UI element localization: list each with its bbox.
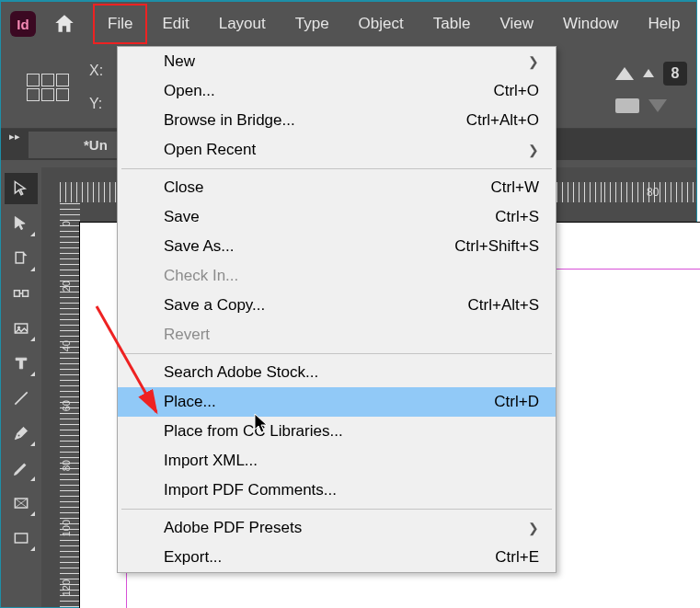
- menu-type[interactable]: Type: [281, 4, 344, 44]
- chevron-right-icon: ❯: [528, 54, 539, 69]
- menu-item-shortcut: Ctrl+W: [491, 178, 539, 197]
- horizontal-ruler-end: 80: [604, 182, 696, 202]
- svg-point-3: [17, 434, 20, 437]
- app-icon[interactable]: Id: [10, 11, 36, 37]
- options-bar-right: 8: [615, 46, 687, 128]
- menu-item-label: Save: [164, 208, 200, 226]
- menu-item-export[interactable]: Export...Ctrl+E: [118, 543, 556, 572]
- clip-badge[interactable]: 8: [663, 62, 687, 86]
- menu-item-label: Import XML...: [164, 452, 258, 470]
- reference-point-grid[interactable]: [27, 74, 69, 101]
- type-tool[interactable]: [5, 348, 38, 379]
- menu-item-import-pdf-comments[interactable]: Import PDF Comments...: [118, 476, 556, 505]
- menu-item-label: Import PDF Comments...: [164, 481, 337, 499]
- menu-table[interactable]: Table: [419, 4, 486, 44]
- menu-item-label: Open...: [164, 82, 215, 100]
- menu-item-close[interactable]: CloseCtrl+W: [118, 173, 556, 202]
- menu-item-place[interactable]: Place...Ctrl+D: [118, 387, 556, 417]
- ruler-tick-label: 120: [61, 579, 72, 596]
- app-icon-label: Id: [17, 17, 29, 32]
- menu-object[interactable]: Object: [344, 4, 419, 44]
- menu-item-check-in: Check In...: [118, 261, 556, 291]
- vertical-ruler[interactable]: 020406080100120: [60, 202, 80, 607]
- arrow-annotation: [92, 302, 175, 430]
- content-collector-tool[interactable]: [5, 313, 38, 344]
- menu-item-label: Browse in Bridge...: [164, 111, 295, 130]
- menu-item-import-xml[interactable]: Import XML...: [118, 446, 556, 476]
- menu-separator: [121, 168, 552, 169]
- menu-item-shortcut: Ctrl+Alt+O: [466, 111, 539, 130]
- menu-item-label: Save As...: [164, 237, 235, 256]
- home-icon[interactable]: [52, 12, 76, 36]
- menu-window[interactable]: Window: [548, 4, 633, 44]
- menu-item-label: Search Adobe Stock...: [164, 363, 318, 382]
- menubar: Id FileEditLayoutTypeObjectTableViewWind…: [1, 2, 696, 46]
- ruler-tick-label: 20: [61, 281, 72, 292]
- tools-panel: [1, 167, 41, 554]
- page-tool[interactable]: [5, 243, 38, 274]
- menu-item-shortcut: Ctrl+S: [495, 208, 539, 226]
- menu-separator: [121, 509, 552, 510]
- menu-item-browse-in-bridge[interactable]: Browse in Bridge...Ctrl+Alt+O: [118, 106, 556, 135]
- chevron-right-icon: ❯: [528, 521, 539, 535]
- menu-item-save[interactable]: SaveCtrl+S: [118, 202, 556, 232]
- menu-item-label: Adobe PDF Presets: [164, 519, 302, 537]
- menu-file[interactable]: File: [93, 4, 147, 44]
- menu-help[interactable]: Help: [633, 4, 694, 44]
- dropdown-arrow-icon[interactable]: [648, 99, 667, 112]
- gap-tool[interactable]: [5, 278, 38, 309]
- menu-item-save-a-copy[interactable]: Save a Copy...Ctrl+Alt+S: [118, 291, 556, 320]
- menu-item-search-adobe-stock[interactable]: Search Adobe Stock...: [118, 358, 556, 387]
- menu-view[interactable]: View: [485, 4, 548, 44]
- ruler-tick-label: 100: [61, 520, 72, 536]
- ruler-tick-label: 0: [61, 221, 72, 226]
- menu-item-label: Check In...: [164, 267, 238, 285]
- menu-item-shortcut: Ctrl+Shift+S: [454, 237, 539, 256]
- y-label: Y:: [89, 96, 103, 112]
- cursor-pointer-icon: [254, 413, 272, 435]
- menu-item-revert: Revert: [118, 320, 556, 350]
- menu-item-label: Close: [164, 178, 203, 197]
- menu-item-open[interactable]: Open...Ctrl+O: [118, 76, 556, 106]
- menu-edit[interactable]: Edit: [147, 4, 203, 44]
- menu-item-open-recent[interactable]: Open Recent❯: [118, 135, 556, 165]
- x-label: X:: [89, 63, 103, 79]
- menu-item-new[interactable]: New❯: [118, 47, 556, 76]
- pen-tool[interactable]: [5, 418, 38, 449]
- menu-item-save-as[interactable]: Save As...Ctrl+Shift+S: [118, 232, 556, 261]
- menu-separator: [121, 353, 552, 354]
- menu-item-label: New: [164, 52, 195, 71]
- rectangle-frame-tool[interactable]: [5, 488, 38, 519]
- direct-selection-tool[interactable]: [5, 208, 38, 239]
- xy-labels: X: Y:: [89, 63, 103, 112]
- menu-item-label: Open Recent: [164, 141, 256, 159]
- ruler-tick-label: 60: [61, 400, 72, 411]
- line-tool[interactable]: [5, 383, 38, 414]
- swatch-box[interactable]: [615, 98, 639, 113]
- menu-layout[interactable]: Layout: [204, 4, 281, 44]
- menu-item-label: Save a Copy...: [164, 296, 265, 315]
- menu-item-label: Export...: [164, 548, 222, 567]
- ruler-tick-label: 80: [647, 186, 659, 199]
- selection-tool[interactable]: [5, 173, 38, 204]
- menu-item-place-from-cc-libraries[interactable]: Place from CC Libraries...: [118, 417, 556, 446]
- panel-expand-handle[interactable]: ▸▸: [1, 129, 29, 160]
- menu-item-shortcut: Ctrl+Alt+S: [468, 296, 539, 315]
- warning-icon[interactable]: [615, 67, 634, 80]
- menu-item-shortcut: Ctrl+D: [494, 393, 539, 411]
- menu-item-adobe-pdf-presets[interactable]: Adobe PDF Presets❯: [118, 513, 556, 543]
- pencil-tool[interactable]: [5, 453, 38, 484]
- file-menu-dropdown: New❯Open...Ctrl+OBrowse in Bridge...Ctrl…: [117, 46, 557, 573]
- warning-icon-small[interactable]: [643, 69, 654, 77]
- menu-item-shortcut: Ctrl+E: [495, 548, 539, 567]
- chevron-right-icon: ❯: [528, 143, 539, 157]
- rectangle-tool[interactable]: [5, 522, 38, 554]
- ruler-tick-label: 80: [61, 460, 72, 471]
- svg-rect-5: [15, 533, 27, 543]
- ruler-tick-label: 40: [61, 340, 72, 351]
- menu-item-shortcut: Ctrl+O: [493, 82, 539, 100]
- svg-rect-0: [16, 252, 23, 263]
